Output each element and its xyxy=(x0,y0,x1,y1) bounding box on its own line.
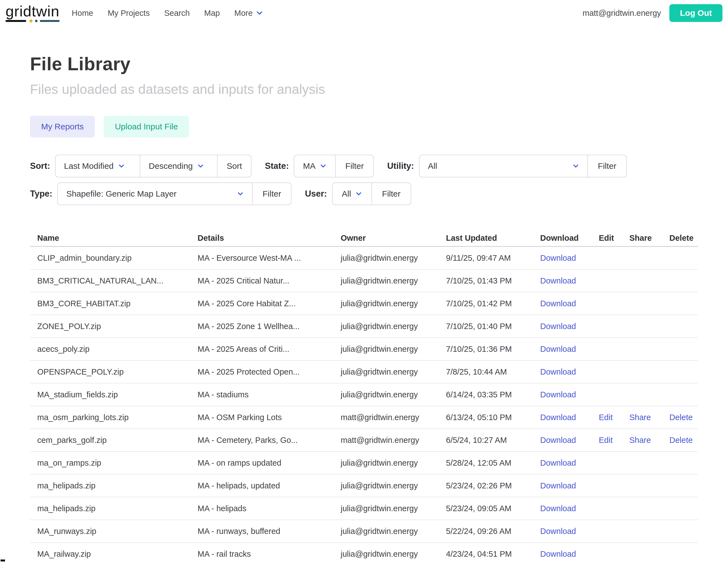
download-link[interactable]: Download xyxy=(540,367,576,376)
sort-control-group: Last Modified Descending Sort xyxy=(55,155,251,178)
my-reports-button[interactable]: My Reports xyxy=(30,116,95,138)
nav-home[interactable]: Home xyxy=(72,9,93,18)
state-filter-button[interactable]: Filter xyxy=(335,155,373,177)
user-dropdown[interactable]: All xyxy=(333,183,372,205)
file-last-updated: 7/8/25, 10:44 AM xyxy=(439,367,533,376)
file-owner: julia@gridtwin.energy xyxy=(333,367,439,376)
page-title: File Library xyxy=(30,53,698,74)
download-link[interactable]: Download xyxy=(540,458,576,467)
edit-link[interactable]: Edit xyxy=(599,436,613,444)
column-header-last-updated: Last Updated xyxy=(439,234,533,243)
file-last-updated: 6/13/24, 05:10 PM xyxy=(439,413,533,422)
utility-dropdown[interactable]: All xyxy=(420,155,587,177)
chevron-down-icon xyxy=(197,163,204,169)
file-owner: julia@gridtwin.energy xyxy=(333,481,439,490)
utility-label: Utility: xyxy=(387,161,414,171)
download-link[interactable]: Download xyxy=(540,276,576,285)
file-details: MA - runways, buffered xyxy=(190,527,333,536)
file-details: MA - 2025 Areas of Criti... xyxy=(190,344,333,354)
file-owner: julia@gridtwin.energy xyxy=(333,276,439,285)
file-owner: julia@gridtwin.energy xyxy=(333,549,439,559)
file-last-updated: 5/22/24, 09:26 AM xyxy=(439,527,533,536)
file-last-updated: 9/11/25, 09:47 AM xyxy=(439,254,533,263)
file-owner: julia@gridtwin.energy xyxy=(333,299,439,308)
file-last-updated: 6/5/24, 10:27 AM xyxy=(439,436,533,445)
nav-my-projects[interactable]: My Projects xyxy=(108,9,149,18)
file-owner: julia@gridtwin.energy xyxy=(333,254,439,263)
download-link[interactable]: Download xyxy=(540,413,576,422)
upload-input-file-button[interactable]: Upload Input File xyxy=(104,116,189,138)
type-dropdown[interactable]: Shapefile: Generic Map Layer xyxy=(58,183,252,205)
download-link[interactable]: Download xyxy=(540,390,576,399)
page-actions: My Reports Upload Input File xyxy=(30,116,698,138)
type-filter-button[interactable]: Filter xyxy=(252,183,291,205)
table-row: ZONE1_POLY.zip MA - 2025 Zone 1 Wellhea.… xyxy=(30,315,698,338)
delete-link[interactable]: Delete xyxy=(669,436,693,444)
file-name: MA_runways.zip xyxy=(30,527,190,536)
download-link[interactable]: Download xyxy=(540,322,576,331)
chevron-down-icon xyxy=(320,163,326,169)
log-out-button[interactable]: Log Out xyxy=(669,4,722,22)
file-name: ZONE1_POLY.zip xyxy=(30,322,190,331)
logo-yellow-dot xyxy=(29,19,33,23)
sort-field-dropdown[interactable]: Last Modified xyxy=(56,155,140,177)
download-link[interactable]: Download xyxy=(540,254,576,263)
user-label: User: xyxy=(305,189,327,199)
file-details: MA - OSM Parking Lots xyxy=(190,413,333,422)
file-owner: julia@gridtwin.energy xyxy=(333,527,439,536)
user-filter-button[interactable]: Filter xyxy=(372,183,411,205)
gridtwin-logo[interactable]: gridtwin xyxy=(6,4,59,23)
table-body: CLIP_admin_boundary.zip MA - Eversource … xyxy=(30,247,698,562)
file-last-updated: 4/23/24, 04:51 PM xyxy=(439,549,533,559)
sort-apply-button[interactable]: Sort xyxy=(217,155,251,177)
filter-row-1: Sort: Last Modified Descending Sort Stat… xyxy=(30,155,698,178)
main-nav: Home My Projects Search Map More xyxy=(72,9,263,18)
file-details: MA - on ramps updated xyxy=(190,458,333,468)
download-link[interactable]: Download xyxy=(540,549,576,558)
delete-link[interactable]: Delete xyxy=(669,413,693,422)
utility-filter-button[interactable]: Filter xyxy=(587,155,626,177)
file-name: BM3_CORE_HABITAT.zip xyxy=(30,299,190,308)
table-row: ma_helipads.zip MA - helipads julia@grid… xyxy=(30,497,698,520)
file-details: MA - 2025 Critical Natur... xyxy=(190,276,333,285)
file-details: MA - helipads, updated xyxy=(190,481,333,490)
share-link[interactable]: Share xyxy=(629,436,651,444)
edit-link[interactable]: Edit xyxy=(599,413,613,422)
nav-more[interactable]: More xyxy=(234,9,263,18)
file-details: MA - 2025 Protected Open... xyxy=(190,367,333,376)
file-last-updated: 5/23/24, 02:26 PM xyxy=(439,481,533,490)
download-link[interactable]: Download xyxy=(540,527,576,536)
column-header-share: Share xyxy=(622,234,662,243)
file-last-updated: 6/14/24, 03:35 PM xyxy=(439,390,533,399)
file-name: BM3_CRITICAL_NATURAL_LAN... xyxy=(30,276,190,285)
column-header-download: Download xyxy=(533,234,592,243)
nav-search[interactable]: Search xyxy=(164,9,190,18)
nav-map[interactable]: Map xyxy=(204,9,220,18)
table-row: MA_stadium_fields.zip MA - stadiums juli… xyxy=(30,383,698,406)
logo-text: gridtwin xyxy=(6,4,59,19)
file-details: MA - 2025 Zone 1 Wellhea... xyxy=(190,322,333,331)
download-link[interactable]: Download xyxy=(540,504,576,513)
file-details: MA - stadiums xyxy=(190,390,333,399)
file-last-updated: 7/10/25, 01:42 PM xyxy=(439,299,533,308)
download-link[interactable]: Download xyxy=(540,299,576,308)
download-link[interactable]: Download xyxy=(540,436,576,444)
download-link[interactable]: Download xyxy=(540,481,576,490)
share-link[interactable]: Share xyxy=(629,413,651,422)
column-header-delete: Delete xyxy=(662,234,698,243)
table-row: acecs_poly.zip MA - 2025 Areas of Criti.… xyxy=(30,338,698,361)
chevron-down-icon xyxy=(355,191,362,197)
sort-direction-dropdown[interactable]: Descending xyxy=(140,155,217,177)
table-row: BM3_CRITICAL_NATURAL_LAN... MA - 2025 Cr… xyxy=(30,270,698,292)
state-dropdown[interactable]: MA xyxy=(294,155,335,177)
column-header-owner: Owner xyxy=(333,234,439,243)
column-header-edit: Edit xyxy=(592,234,622,243)
page-subtitle: Files uploaded as datasets and inputs fo… xyxy=(30,82,698,97)
logo-underline-decoration xyxy=(6,19,59,23)
file-name: MA_stadium_fields.zip xyxy=(30,390,190,399)
file-table: Name Details Owner Last Updated Download… xyxy=(30,230,698,562)
download-link[interactable]: Download xyxy=(540,344,576,353)
file-name: ma_helipads.zip xyxy=(30,504,190,513)
table-row: ma_on_ramps.zip MA - on ramps updated ju… xyxy=(30,452,698,474)
column-header-name: Name xyxy=(30,234,190,243)
